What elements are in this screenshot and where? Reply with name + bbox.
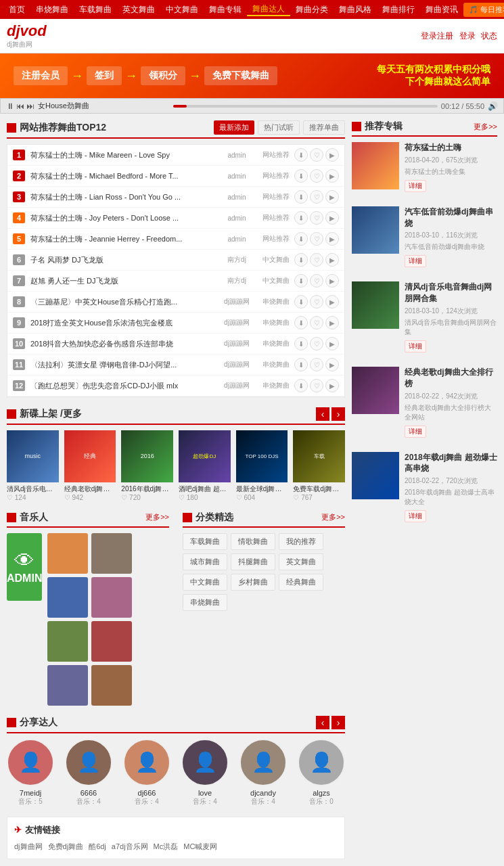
rec-album-thumb[interactable] — [352, 206, 399, 254]
nav-cn[interactable]: 中文舞曲 — [160, 4, 204, 16]
list-item[interactable]: 👤 7meidj 音乐：5 — [7, 739, 54, 806]
song-title[interactable]: 2018抖音大热加快恋必备伤感音乐连部串烧 — [30, 339, 211, 349]
song-download-button[interactable]: ⬇ — [294, 316, 308, 329]
list-item[interactable]: 👤 6666 音乐：4 — [65, 739, 112, 806]
nav-home[interactable]: 首页 — [3, 4, 30, 16]
song-title[interactable]: 荷东猛士的土嗨 - Mike Mareen - Love Spy — [30, 150, 211, 160]
player-volume[interactable]: 🔊 — [488, 101, 498, 111]
list-item[interactable]: 👤 djcandy 音乐：4 — [239, 739, 287, 806]
musicians-more[interactable]: 更多>> — [145, 512, 169, 522]
category-button[interactable]: 我的推荐 — [279, 533, 323, 550]
song-title[interactable]: 荷东猛士的土嗨 - Michael Bedford - More T... — [30, 171, 211, 181]
release-prev-button[interactable]: ‹ — [316, 407, 329, 421]
list-item[interactable]: 👤 dj666 音乐：4 — [123, 739, 170, 806]
list-item[interactable]: TOP 100 DJS 最新全球dj舞曲排行榜20... ♡ 604 — [236, 430, 288, 501]
list-item[interactable]: music 清风dj音乐电音舞曲d降... ♡ 124 — [7, 430, 59, 501]
tab-hot[interactable]: 热门试听 — [258, 120, 300, 135]
rec-album-title[interactable]: 荷东猛士的土嗨 — [405, 142, 497, 154]
category-button[interactable]: 串烧舞曲 — [183, 594, 227, 611]
category-button[interactable]: 中文舞曲 — [183, 574, 227, 591]
tab-newest[interactable]: 最新添加 — [214, 120, 254, 135]
nav-style[interactable]: 舞曲风格 — [334, 4, 377, 16]
register-link[interactable]: 登录注册 — [421, 31, 453, 41]
song-title[interactable]: 子名 风雨梦 DJ飞龙版 — [30, 255, 211, 265]
friend-link[interactable]: MC喊麦网 — [183, 842, 217, 852]
song-title[interactable]: 荷东猛士的土嗨 - Jeannie Herrey - Freedom... — [30, 234, 211, 244]
song-play-button[interactable]: ▶ — [325, 358, 339, 371]
song-like-button[interactable]: ♡ — [310, 169, 323, 183]
rec-albums-more[interactable]: 更多>> — [474, 122, 497, 132]
song-download-button[interactable]: ⬇ — [294, 169, 308, 183]
tab-single[interactable]: 推荐单曲 — [303, 120, 345, 135]
list-item[interactable]: 👤 algzs 音乐：0 — [298, 739, 345, 806]
musician-thumb[interactable] — [47, 577, 88, 618]
rec-album-title[interactable]: 2018年载dj舞曲 超劲爆士高串烧 — [405, 452, 497, 475]
category-more[interactable]: 更多>> — [321, 512, 345, 522]
list-item[interactable]: 经典 经典老歌dj舞曲大全排行榜 ♡ 942 — [64, 430, 116, 501]
musician-thumb[interactable] — [47, 621, 88, 662]
daily-recommend-button[interactable]: 🎵 每日推荐 — [463, 3, 504, 17]
category-button[interactable]: 城市舞曲 — [183, 553, 227, 570]
status-link[interactable]: 状态 — [481, 31, 497, 41]
song-download-button[interactable]: ⬇ — [294, 274, 308, 288]
song-play-button[interactable]: ▶ — [325, 253, 339, 267]
rec-album-action-button[interactable]: 详细 — [405, 510, 426, 522]
song-like-button[interactable]: ♡ — [310, 358, 323, 371]
song-play-button[interactable]: ▶ — [325, 169, 339, 183]
song-like-button[interactable]: ♡ — [310, 274, 323, 288]
musician-thumb[interactable] — [47, 665, 88, 706]
rec-album-thumb[interactable] — [352, 142, 399, 189]
song-play-button[interactable]: ▶ — [325, 295, 339, 309]
song-play-button[interactable]: ▶ — [325, 274, 339, 288]
song-like-button[interactable]: ♡ — [310, 211, 323, 225]
musician-thumb[interactable] — [91, 577, 132, 618]
share-prev-button[interactable]: ‹ — [316, 716, 329, 729]
share-next-button[interactable]: › — [331, 716, 345, 729]
player-progress-bar[interactable] — [173, 105, 438, 108]
song-like-button[interactable]: ♡ — [310, 379, 323, 392]
musician-thumb[interactable] — [91, 533, 132, 574]
song-download-button[interactable]: ⬇ — [294, 211, 308, 225]
category-button[interactable]: 情歌舞曲 — [231, 533, 275, 550]
player-prev[interactable]: ⏮ — [16, 101, 24, 111]
rec-album-title[interactable]: 汽车低音前劲爆dj舞曲串烧 — [405, 206, 497, 229]
song-play-button[interactable]: ▶ — [325, 337, 339, 350]
song-download-button[interactable]: ⬇ — [294, 190, 308, 204]
list-item[interactable]: 2016 2016年载dj舞曲 超劲爆... ♡ 720 — [121, 430, 173, 501]
musician-thumb[interactable] — [91, 621, 132, 662]
rec-album-action-button[interactable]: 详细 — [405, 255, 426, 267]
song-play-button[interactable]: ▶ — [325, 379, 339, 392]
nav-category[interactable]: 舞曲分类 — [290, 4, 334, 16]
nav-en[interactable]: 英文舞曲 — [117, 4, 160, 16]
list-item[interactable]: 超劲爆DJ 酒吧dj舞曲 超劲爆2017... ♡ 180 — [179, 430, 231, 501]
nav-rank[interactable]: 舞曲排行 — [377, 4, 420, 16]
song-play-button[interactable]: ▶ — [325, 190, 339, 204]
musician-thumb[interactable] — [91, 665, 132, 706]
category-button[interactable]: 抖腿舞曲 — [231, 553, 275, 570]
song-title[interactable]: 荷东猛士的土嗨 - Lian Ross - Don't You Go ... — [30, 192, 211, 202]
song-like-button[interactable]: ♡ — [310, 253, 323, 267]
song-download-button[interactable]: ⬇ — [294, 295, 308, 309]
category-button[interactable]: 乡村舞曲 — [231, 574, 275, 591]
category-button[interactable]: 英文舞曲 — [279, 553, 323, 570]
rec-album-thumb[interactable] — [352, 367, 399, 414]
song-play-button[interactable]: ▶ — [325, 211, 339, 225]
list-item[interactable]: 👤 love 音乐：4 — [181, 739, 229, 806]
song-title[interactable]: 赵旭 勇人还一生 DJ飞龙版 — [30, 276, 211, 286]
song-download-button[interactable]: ⬇ — [294, 337, 308, 350]
category-button[interactable]: 车载舞曲 — [183, 533, 227, 550]
friend-link[interactable]: Mc洪磊 — [154, 842, 179, 852]
friend-link[interactable]: a7dj音乐网 — [112, 842, 148, 852]
song-title[interactable]: 〔跑红总想哭〕伤悲失恋音乐CD-DJ小眼 mlx — [30, 381, 211, 391]
song-like-button[interactable]: ♡ — [310, 295, 323, 309]
rec-album-thumb[interactable] — [352, 281, 399, 329]
rec-album-thumb[interactable] — [352, 452, 399, 499]
friend-link[interactable]: 免费dj舞曲 — [48, 842, 84, 852]
song-like-button[interactable]: ♡ — [310, 232, 323, 246]
song-like-button[interactable]: ♡ — [310, 148, 323, 162]
rec-album-title[interactable]: 经典老歌dj舞曲大全排行榜 — [405, 367, 497, 390]
song-title[interactable]: 2018打造全英文House音乐浓清包完金楼底 — [30, 318, 211, 328]
song-download-button[interactable]: ⬇ — [294, 148, 308, 162]
login-link[interactable]: 登录 — [459, 31, 476, 41]
song-like-button[interactable]: ♡ — [310, 337, 323, 350]
